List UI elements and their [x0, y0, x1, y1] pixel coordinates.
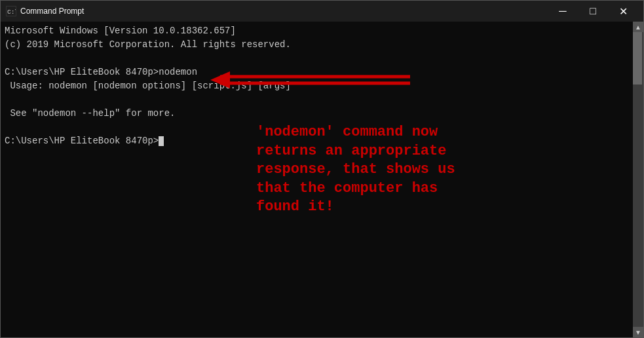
window-title: Command Prompt	[20, 7, 548, 16]
cursor	[159, 136, 164, 146]
maximize-button[interactable]: □	[578, 1, 608, 22]
console-line-3	[5, 52, 629, 66]
console-area: Microsoft Windows [Version 10.0.18362.65…	[1, 22, 643, 337]
svg-text:C:\: C:\	[7, 9, 16, 16]
console-content[interactable]: Microsoft Windows [Version 10.0.18362.65…	[1, 22, 633, 337]
scrollbar[interactable]: ▲ ▼	[633, 22, 643, 337]
title-bar: C:\ Command Prompt ─ □ ✕	[1, 1, 643, 22]
close-button[interactable]: ✕	[608, 1, 638, 22]
console-line-7: See "nodemon --help" for more.	[5, 107, 629, 121]
console-line-6	[5, 93, 629, 107]
scroll-down-arrow[interactable]: ▼	[633, 327, 643, 337]
annotation-text: 'nodemon' command now returns an appropr…	[256, 123, 466, 217]
console-line-2: (c) 2019 Microsoft Corporation. All righ…	[5, 38, 629, 52]
console-line-4: C:\Users\HP EliteBook 8470p>nodemon	[5, 66, 629, 79]
scrollbar-thumb[interactable]	[633, 32, 642, 84]
console-line-5: Usage: nodemon [nodemon options] [script…	[5, 79, 629, 93]
minimize-button[interactable]: ─	[548, 1, 578, 22]
window: C:\ Command Prompt ─ □ ✕ Microsoft Windo…	[0, 0, 644, 338]
prompt-text: C:\Users\HP EliteBook 8470p>	[5, 136, 159, 146]
console-line-1: Microsoft Windows [Version 10.0.18362.65…	[5, 24, 629, 38]
cmd-icon: C:\	[6, 6, 16, 16]
scroll-up-arrow[interactable]: ▲	[633, 22, 643, 32]
window-controls: ─ □ ✕	[548, 1, 638, 22]
